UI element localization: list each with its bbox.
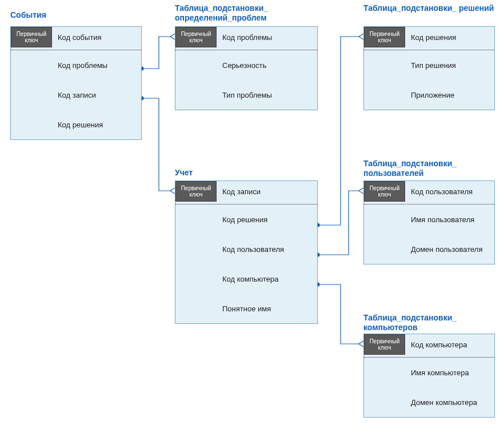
field-label: Тип проблемы bbox=[222, 91, 272, 99]
field-row: Код решения bbox=[175, 205, 317, 234]
field-row: Код решения bbox=[11, 110, 141, 139]
field-row: Код компьютера bbox=[175, 264, 317, 294]
field-row: Понятное имя bbox=[175, 294, 317, 323]
table-solutions: Первичный ключ Код решения Тип решения П… bbox=[363, 26, 495, 110]
field-label: Понятное имя bbox=[222, 304, 271, 313]
field-label: Приложение bbox=[411, 91, 454, 99]
pk-row: Первичный ключ Код события bbox=[11, 27, 141, 47]
table-title-problems: Таблица_подстановки_ определений_проблем bbox=[175, 3, 312, 23]
table-computers: Первичный ключ Код компьютера Имя компью… bbox=[363, 334, 495, 418]
field-label: Код компьютера bbox=[411, 340, 467, 349]
field-row: Приложение bbox=[364, 80, 494, 110]
pk-badge: Первичный ключ bbox=[175, 27, 217, 47]
field-row: Серьезность bbox=[175, 50, 317, 80]
field-label: Код решения bbox=[411, 33, 456, 42]
field-row: Код пользователя bbox=[175, 234, 317, 264]
pk-row: Первичный ключ Код компьютера bbox=[364, 334, 494, 355]
pk-badge: Первичный ключ bbox=[175, 181, 217, 202]
field-row: Имя пользователя bbox=[364, 205, 494, 234]
field-row: Тип решения bbox=[364, 50, 494, 80]
table-title-accounting: Учет bbox=[175, 168, 193, 178]
field-label: Код проблемы bbox=[222, 33, 272, 42]
pk-row: Первичный ключ Код проблемы bbox=[175, 27, 317, 47]
field-label: Тип решения bbox=[411, 61, 456, 70]
table-title-solutions: Таблица_подстановки_ решений bbox=[363, 3, 501, 13]
table-title-events: События bbox=[10, 10, 46, 20]
field-label: Код пользователя bbox=[411, 187, 473, 196]
field-row: Тип проблемы bbox=[175, 80, 317, 110]
field-label: Код записи bbox=[222, 187, 261, 196]
table-title-computers: Таблица_подстановки_ компьютеров bbox=[363, 313, 501, 332]
field-label: Домен компьютера bbox=[411, 398, 477, 407]
table-problems: Первичный ключ Код проблемы Серьезность … bbox=[175, 26, 318, 110]
field-label: Имя компьютера bbox=[411, 368, 469, 377]
table-accounting: Первичный ключ Код записи Код решения Ко… bbox=[175, 181, 318, 324]
table-title-users: Таблица_подстановки_ пользователей bbox=[363, 159, 501, 178]
field-label: Код решения bbox=[222, 215, 267, 224]
pk-badge: Первичный ключ bbox=[364, 334, 405, 355]
field-label: Код проблемы bbox=[58, 61, 107, 70]
table-events: Первичный ключ Код события Код проблемы … bbox=[10, 26, 142, 140]
pk-row: Первичный ключ Код пользователя bbox=[364, 181, 494, 202]
field-label: Код решения bbox=[58, 121, 103, 129]
field-label: Код компьютера bbox=[222, 275, 279, 283]
field-label: Код пользователя bbox=[222, 245, 284, 254]
pk-badge: Первичный ключ bbox=[364, 27, 405, 47]
field-row: Код записи bbox=[11, 80, 141, 110]
field-row: Домен компьютера bbox=[364, 387, 494, 417]
pk-row: Первичный ключ Код записи bbox=[175, 181, 317, 202]
field-label: Серьезность bbox=[222, 61, 266, 70]
field-label: Имя пользователя bbox=[411, 215, 474, 224]
field-label: Домен пользователя bbox=[411, 245, 482, 254]
field-row: Код проблемы bbox=[11, 50, 141, 80]
field-row: Имя компьютера bbox=[364, 358, 494, 387]
pk-row: Первичный ключ Код решения bbox=[364, 27, 494, 47]
pk-badge: Первичный ключ bbox=[364, 181, 405, 202]
er-diagram: События Первичный ключ Код события Код п… bbox=[0, 0, 504, 425]
field-row: Домен пользователя bbox=[364, 234, 494, 264]
field-label: Код события bbox=[58, 33, 102, 42]
field-label: Код записи bbox=[58, 91, 96, 99]
table-users: Первичный ключ Код пользователя Имя поль… bbox=[363, 181, 495, 264]
pk-badge: Первичный ключ bbox=[11, 27, 52, 47]
